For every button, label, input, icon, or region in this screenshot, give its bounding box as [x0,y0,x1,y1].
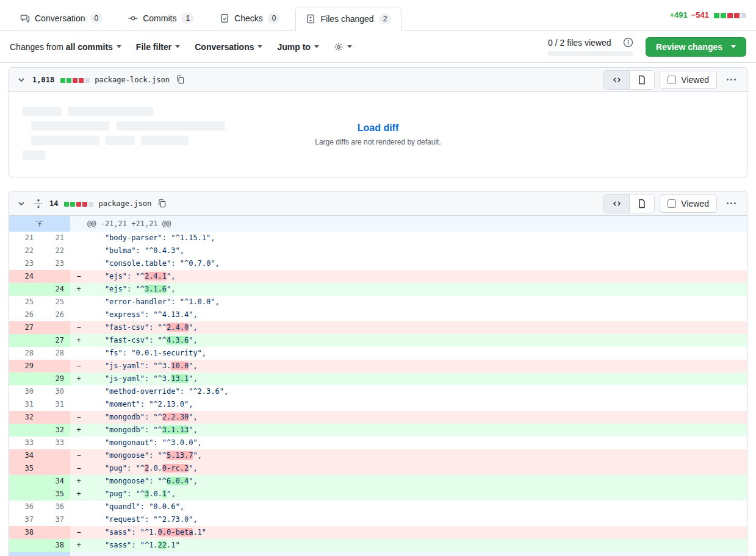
new-line-number[interactable]: 30 [40,385,70,398]
old-line-number[interactable]: 29 [9,360,40,372]
old-line-number[interactable]: 24 [9,270,40,283]
old-line-number[interactable] [9,475,40,488]
new-line-number[interactable] [40,321,70,334]
load-diff-note: Large diffs are not rendered by default. [9,138,747,146]
changes-from-dropdown[interactable]: Changes from all commits [10,42,121,52]
old-line-number[interactable] [9,488,40,501]
expand-hunk-button[interactable] [9,552,70,556]
old-line-number[interactable]: 27 [9,321,40,334]
new-line-number[interactable]: 28 [40,347,70,360]
old-line-number[interactable]: 28 [9,347,40,360]
diff-line: 38− "sass": "^1.0.0-beta.1" [9,526,747,539]
tab-files-changed[interactable]: Files changed 2 [295,7,401,31]
diff-marker: − [70,321,87,334]
file-options-kebab[interactable] [722,199,741,208]
old-line-number[interactable]: 35 [9,462,40,475]
conversations-label: Conversations [195,42,254,52]
new-line-number[interactable] [40,411,70,424]
conversations-dropdown[interactable]: Conversations [195,42,262,52]
copy-file-path-button[interactable] [175,74,186,85]
old-line-number[interactable]: 22 [9,244,40,257]
hunk-row [9,552,747,556]
old-line-number[interactable]: 37 [9,513,40,526]
new-line-number[interactable]: 21 [40,232,70,244]
new-line-number[interactable]: 27 [40,334,70,347]
new-line-number[interactable] [40,449,70,462]
old-line-number[interactable] [9,283,40,296]
tab-checks[interactable]: Checks 0 [209,6,290,30]
copy-file-path-button[interactable] [156,198,168,209]
old-line-number[interactable]: 38 [9,526,40,539]
new-line-number[interactable]: 26 [40,308,70,321]
rich-diff-button[interactable] [629,71,654,89]
new-line-number[interactable]: 23 [40,257,70,270]
new-line-number[interactable]: 29 [40,372,70,385]
code-text: "method-override": "^2.3.6", [87,385,747,398]
old-line-number[interactable]: 34 [9,449,40,462]
collapse-file-button[interactable] [15,74,27,86]
source-diff-button[interactable] [604,71,629,89]
jump-to-dropdown[interactable]: Jump to [277,42,319,52]
diff-marker: + [70,424,87,437]
file-options-kebab[interactable] [722,75,741,84]
old-line-number[interactable]: 33 [9,437,40,449]
checklist-icon [220,13,229,23]
new-line-number[interactable]: 35 [40,488,70,501]
source-diff-button[interactable] [604,194,629,213]
review-changes-button[interactable]: Review changes [646,37,746,57]
old-line-number[interactable]: 32 [9,411,40,424]
new-line-number[interactable] [40,462,70,475]
new-line-number[interactable]: 25 [40,296,70,308]
expand-hunk-button[interactable] [9,216,70,232]
old-line-number[interactable]: 36 [9,501,40,513]
expand-all-button[interactable] [32,198,45,210]
old-line-number[interactable]: 23 [9,257,40,270]
pr-tabs: Conversation 0 Commits 1 Checks 0 Files … [10,6,401,30]
new-line-number[interactable]: 34 [40,475,70,488]
load-diff-link[interactable]: Load diff [358,123,399,133]
viewed-checkbox[interactable] [668,199,676,208]
tab-label: Commits [143,12,176,24]
viewed-toggle-button[interactable]: Viewed [660,194,717,213]
old-line-number[interactable]: 21 [9,232,40,244]
info-icon[interactable] [623,37,633,48]
diff-line: 32+ "mongodb": "^3.1.13", [9,424,747,437]
old-line-number[interactable] [9,334,40,347]
old-line-number[interactable]: 26 [9,308,40,321]
collapse-file-button[interactable] [15,198,27,210]
tab-commits[interactable]: Commits 1 [118,6,204,30]
new-line-number[interactable]: 24 [40,283,70,296]
new-line-number[interactable]: 31 [40,398,70,411]
diff-line: 29+ "js-yaml": "^3.13.1", [9,372,747,385]
diff-settings-dropdown[interactable] [334,42,352,52]
new-line-number[interactable]: 38 [40,539,70,552]
tab-conversation[interactable]: Conversation 0 [10,6,113,30]
old-line-number[interactable] [9,424,40,437]
new-line-number[interactable] [40,360,70,372]
diff-marker: − [70,462,87,475]
rich-diff-button[interactable] [629,194,654,213]
old-line-number[interactable] [9,539,40,552]
diffstat-block [714,13,719,18]
viewed-checkbox[interactable] [668,76,676,84]
diff-line: 32− "mongodb": "^2.2.30", [9,411,747,424]
old-line-number[interactable] [9,372,40,385]
file-name-link[interactable]: package.json [98,199,151,208]
file-name-link[interactable]: package-lock.json [95,76,170,84]
new-line-number[interactable]: 36 [40,501,70,513]
new-line-number[interactable] [40,270,70,283]
viewed-toggle-button[interactable]: Viewed [660,71,717,89]
file-card-package-lock: 1,018 package-lock.json Viewed [9,67,747,177]
old-line-number[interactable]: 30 [9,385,40,398]
new-line-number[interactable]: 37 [40,513,70,526]
new-line-number[interactable]: 22 [40,244,70,257]
new-line-number[interactable]: 33 [40,437,70,449]
jump-to-label: Jump to [277,42,310,52]
new-line-number[interactable] [40,526,70,539]
old-line-number[interactable]: 31 [9,398,40,411]
diff-marker: − [70,270,87,283]
file-filter-dropdown[interactable]: File filter [136,42,180,52]
old-line-number[interactable]: 25 [9,296,40,308]
diff-line: 29− "js-yaml": "^3.10.0", [9,360,747,372]
new-line-number[interactable]: 32 [40,424,70,437]
